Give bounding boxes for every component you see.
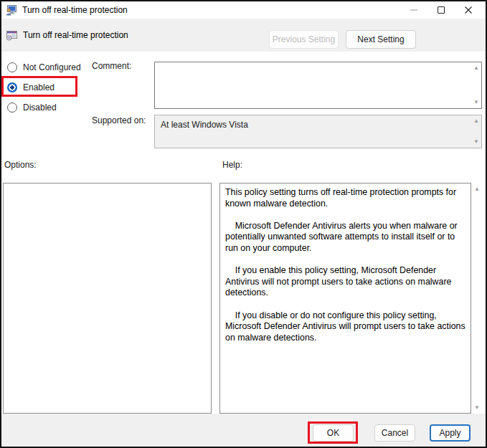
- radio-dot-not-configured[interactable]: [7, 62, 17, 72]
- scroll-up-icon[interactable]: ▲: [473, 65, 479, 71]
- supported-on-box: At least Windows Vista ▲ ▼: [154, 115, 482, 148]
- scroll-down-icon[interactable]: ▼: [473, 100, 479, 105]
- comment-label: Comment:: [92, 61, 131, 71]
- window-title: Turn off real-time protection: [22, 5, 400, 15]
- maximize-button[interactable]: [427, 1, 455, 19]
- help-scroll-up-icon[interactable]: ▲: [474, 186, 480, 192]
- policy-setting-dialog: Turn off real-time protection Turn off r…: [0, 0, 487, 448]
- minimize-button[interactable]: [400, 1, 427, 19]
- ok-button[interactable]: OK: [313, 424, 354, 442]
- radio-dot-enabled[interactable]: [7, 82, 17, 92]
- app-icon: [6, 4, 17, 16]
- help-scroll-down-icon[interactable]: ▼: [474, 404, 480, 411]
- scroll-down-icon[interactable]: ▼: [473, 139, 479, 145]
- close-button[interactable]: [455, 1, 482, 19]
- help-text: This policy setting turns off real-time …: [220, 184, 471, 413]
- supported-on-value: At least Windows Vista: [161, 120, 248, 130]
- radio-label-enabled: Enabled: [23, 82, 55, 92]
- previous-setting-button[interactable]: Previous Setting: [269, 30, 339, 49]
- scroll-up-icon[interactable]: ▲: [473, 118, 479, 124]
- help-label: Help:: [222, 160, 242, 170]
- radio-label-not-configured: Not Configured: [23, 62, 81, 72]
- options-label: Options:: [4, 160, 37, 170]
- policy-setting-icon: [6, 29, 18, 42]
- options-panel: [3, 183, 212, 414]
- next-setting-button[interactable]: Next Setting: [346, 30, 416, 49]
- comment-input[interactable]: ▲ ▼: [154, 62, 482, 109]
- close-icon: [464, 6, 473, 14]
- apply-button[interactable]: Apply: [430, 424, 471, 442]
- setting-name: Turn off real-time protection: [23, 30, 128, 40]
- maximize-icon: [438, 6, 445, 14]
- title-bar: Turn off real-time protection: [1, 1, 486, 19]
- minimize-icon: [410, 9, 417, 11]
- radio-not-configured[interactable]: Not Configured: [7, 60, 81, 75]
- radio-enabled[interactable]: Enabled: [7, 80, 55, 95]
- help-panel: This policy setting turns off real-time …: [219, 183, 471, 414]
- radio-label-disabled: Disabled: [23, 103, 57, 113]
- radio-disabled[interactable]: Disabled: [7, 100, 57, 115]
- cancel-button[interactable]: Cancel: [374, 424, 415, 442]
- supported-on-label: Supported on:: [92, 115, 146, 125]
- radio-dot-disabled[interactable]: [7, 103, 17, 113]
